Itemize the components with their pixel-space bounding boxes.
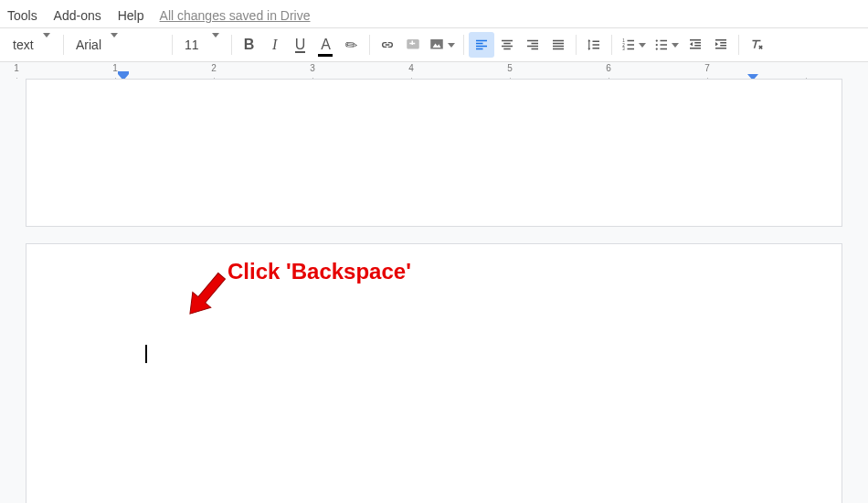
- document-page[interactable]: [26, 79, 842, 227]
- image-icon: [429, 37, 445, 53]
- color-swatch: [318, 54, 333, 57]
- ruler-number: 3: [310, 63, 315, 73]
- align-right-icon: [524, 37, 541, 53]
- separator: [611, 35, 612, 55]
- align-right-button[interactable]: [520, 32, 545, 58]
- svg-rect-12: [118, 71, 129, 74]
- underline-icon: U: [295, 37, 306, 53]
- italic-icon: I: [272, 37, 277, 52]
- paragraph-style-value: text: [13, 37, 34, 52]
- align-justify-icon: [550, 37, 566, 53]
- insert-link-button[interactable]: [375, 32, 400, 58]
- annotation-overlay: Click 'Backspace': [173, 264, 237, 332]
- svg-point-10: [655, 48, 657, 49]
- ruler-number: 6: [606, 63, 611, 73]
- bold-icon: B: [244, 37, 255, 52]
- bulleted-list-icon: [653, 37, 670, 53]
- align-justify-button[interactable]: [545, 32, 571, 58]
- ruler-number: 1: [112, 63, 118, 73]
- toolbar: text Arial 11 B I U A ✎: [0, 27, 868, 62]
- decrease-indent-button[interactable]: [683, 32, 708, 58]
- separator: [369, 35, 370, 55]
- link-icon: [379, 37, 396, 53]
- font-family-dropdown[interactable]: Arial: [69, 33, 167, 57]
- underline-button[interactable]: U: [288, 32, 313, 58]
- svg-point-8: [655, 39, 657, 41]
- italic-button[interactable]: I: [262, 32, 288, 58]
- chevron-down-icon: [212, 37, 219, 52]
- align-left-icon: [473, 37, 490, 53]
- svg-rect-2: [409, 43, 415, 45]
- chevron-down-icon: [43, 37, 50, 52]
- ruler-number: 5: [507, 63, 513, 73]
- menu-addons[interactable]: Add-ons: [54, 4, 101, 27]
- chevron-down-icon: [448, 43, 455, 48]
- highlight-button[interactable]: ✎: [339, 32, 365, 58]
- chevron-down-icon: [672, 43, 679, 48]
- svg-text:3: 3: [622, 47, 625, 51]
- ruler-number: 7: [704, 63, 710, 73]
- align-center-button[interactable]: [494, 32, 520, 58]
- line-spacing-icon: [586, 37, 602, 53]
- numbered-list-icon: 123: [620, 37, 637, 53]
- svg-point-9: [655, 44, 657, 46]
- paragraph-style-dropdown[interactable]: text: [5, 33, 58, 57]
- separator: [231, 35, 232, 55]
- numbered-list-button[interactable]: 123: [617, 32, 650, 58]
- separator: [463, 35, 464, 55]
- highlight-icon: ✎: [341, 35, 361, 56]
- font-size-value: 11: [185, 37, 199, 52]
- increase-indent-button[interactable]: [708, 32, 734, 58]
- annotation-text: Click 'Backspace': [228, 259, 411, 284]
- arrow-icon: [173, 264, 237, 328]
- document-canvas: Click 'Backspace': [0, 79, 868, 503]
- insert-image-button[interactable]: [426, 32, 459, 58]
- text-cursor: [145, 345, 147, 363]
- bulleted-list-button[interactable]: [650, 32, 683, 58]
- separator: [63, 35, 64, 55]
- separator: [172, 35, 173, 55]
- document-page[interactable]: Click 'Backspace': [26, 243, 842, 503]
- align-left-button[interactable]: [469, 32, 494, 58]
- svg-marker-14: [181, 268, 231, 321]
- chevron-down-icon: [639, 43, 646, 48]
- clear-formatting-button[interactable]: [744, 32, 769, 58]
- menu-tools[interactable]: Tools: [7, 4, 37, 27]
- ruler-number: 1: [14, 63, 19, 73]
- chevron-down-icon: [111, 37, 118, 52]
- ruler-number: 4: [408, 63, 414, 73]
- clear-formatting-icon: [748, 37, 765, 53]
- separator: [576, 35, 577, 55]
- increase-indent-icon: [713, 37, 729, 53]
- text-color-button[interactable]: A: [313, 32, 339, 58]
- save-status[interactable]: All changes saved in Drive: [160, 8, 311, 23]
- bold-button[interactable]: B: [237, 32, 262, 58]
- separator: [738, 35, 739, 55]
- text-color-icon: A: [321, 37, 331, 52]
- ruler-number: 2: [211, 63, 217, 73]
- insert-comment-button[interactable]: [400, 32, 426, 58]
- comment-icon: [405, 37, 421, 53]
- line-spacing-button[interactable]: [581, 32, 607, 58]
- decrease-indent-icon: [687, 37, 704, 53]
- font-size-dropdown[interactable]: 11: [177, 33, 227, 57]
- menu-help[interactable]: Help: [118, 4, 144, 27]
- menu-bar: Tools Add-ons Help All changes saved in …: [0, 0, 868, 27]
- font-family-value: Arial: [76, 37, 101, 52]
- align-center-icon: [499, 37, 515, 53]
